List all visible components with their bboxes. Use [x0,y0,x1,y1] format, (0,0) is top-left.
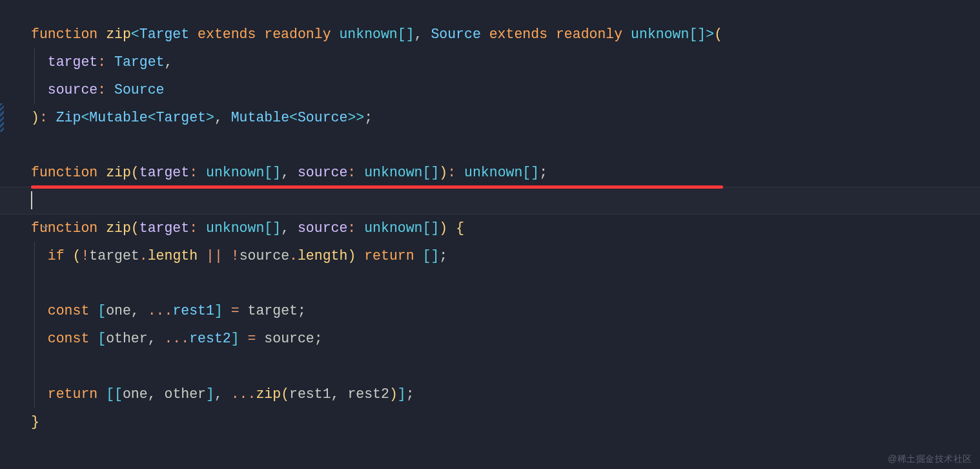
function-name: zip [106,220,131,236]
code-line: return [[one, other], ...zip(rest1, rest… [0,380,980,408]
code-line-current [0,187,980,214]
keyword-extends: extends [198,26,256,42]
type-unknown: unknown [631,26,689,42]
code-line-blank [0,269,980,297]
keyword-extends: extends [489,26,547,42]
type-target: Target [156,110,206,125]
keyword-function: function [31,165,97,180]
watermark-text: @稀土掘金技术社区 [888,453,972,465]
param-source: source [48,82,97,98]
code-line: target: Target, [0,48,980,76]
param-target: target [48,54,97,70]
var-other: other [164,386,206,402]
keyword-const: const [48,303,90,318]
type-mutable: Mutable [231,110,289,125]
keyword-if: if [48,248,65,264]
ident-source: source [264,331,314,346]
ident-target: target [248,303,298,318]
var-one: one [123,386,148,402]
type-target: Target [114,54,164,70]
prop-length: length [148,248,198,264]
keyword-readonly: readonly [556,26,622,42]
keyword-readonly: readonly [264,26,331,42]
prop-length: length [298,248,347,264]
type-unknown: unknown [339,26,397,42]
code-line: } [0,408,980,435]
ident-target: target [89,248,139,264]
code-line: function zip(target: unknown[], source: … [0,159,980,187]
type-mutable: Mutable [89,110,147,125]
text-cursor [31,191,32,209]
type-unknown: unknown [364,165,422,180]
code-line: if (!target.length || !source.length) re… [0,242,980,269]
type-zip: Zip [56,110,81,125]
keyword-function: function [31,26,97,42]
function-name: zip [106,165,131,180]
var-rest2: rest2 [189,331,231,346]
var-rest1: rest1 [172,303,214,318]
type-unknown: unknown [206,165,264,180]
code-line: const [one, ...rest1] = target; [0,297,980,325]
type-source: Source [114,82,164,98]
type-unknown: unknown [206,220,264,236]
code-line: function zip<Target extends readonly unk… [0,21,980,48]
fold-chevron-icon[interactable] [9,214,49,242]
current-line-highlight [0,187,980,214]
code-line: const [other, ...rest2] = source; [0,325,980,353]
var-other: other [106,331,148,346]
type-unknown: unknown [464,165,522,180]
var-one: one [106,303,131,318]
param-source: source [298,165,347,180]
code-line: function zip(target: unknown[], source: … [0,214,980,242]
var-rest2: rest2 [347,386,389,402]
param-target: target [139,165,189,180]
type-target: Target [139,26,189,42]
keyword-return: return [364,248,414,264]
function-name: zip [106,26,131,42]
code-line: source: Source [0,76,980,104]
keyword-return: return [48,386,97,402]
code-line-blank [0,131,980,159]
param-source: source [298,220,347,236]
code-line: ): Zip<Mutable<Target>, Mutable<Source>>… [0,103,980,131]
var-rest1: rest1 [289,386,331,402]
type-source: Source [431,26,480,42]
param-target: target [139,220,189,236]
type-source: Source [298,110,347,125]
ident-source: source [240,248,289,264]
keyword-const: const [48,331,90,346]
function-call-zip: zip [256,386,281,402]
type-unknown: unknown [364,220,422,236]
code-editor[interactable]: function zip<Target extends readonly unk… [0,0,980,435]
code-line-blank [0,353,980,380]
